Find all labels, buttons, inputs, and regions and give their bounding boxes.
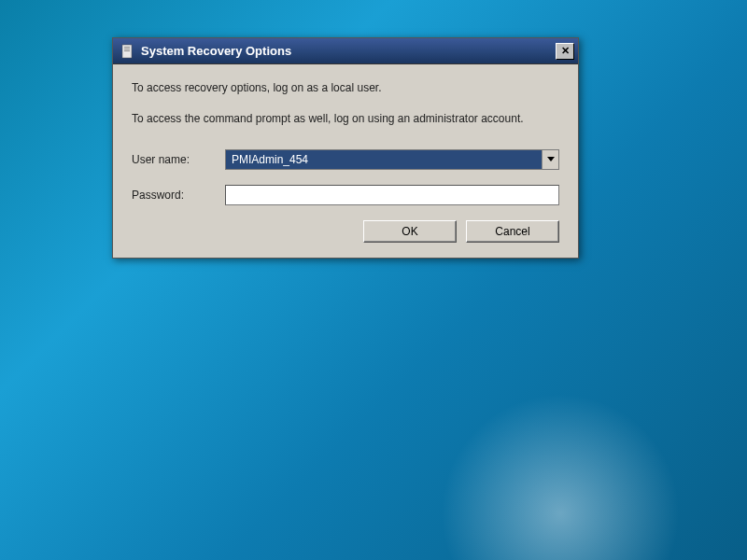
- svg-rect-1: [124, 47, 130, 48]
- app-icon: [120, 44, 135, 59]
- username-value[interactable]: PMIAdmin_454: [226, 150, 542, 169]
- username-dropdown-button[interactable]: [542, 150, 558, 169]
- close-button[interactable]: ✕: [556, 43, 574, 60]
- titlebar[interactable]: System Recovery Options ✕: [113, 38, 578, 64]
- recovery-options-dialog: System Recovery Options ✕ To access reco…: [112, 37, 579, 259]
- close-icon: ✕: [561, 45, 570, 57]
- svg-marker-4: [547, 157, 555, 161]
- svg-rect-3: [124, 50, 130, 51]
- svg-rect-2: [124, 49, 130, 49]
- username-row: User name: PMIAdmin_454: [132, 149, 559, 170]
- dialog-body: To access recovery options, log on as a …: [113, 64, 578, 258]
- instruction-text-1: To access recovery options, log on as a …: [132, 81, 559, 94]
- username-combobox[interactable]: PMIAdmin_454: [225, 149, 559, 170]
- titlebar-text: System Recovery Options: [141, 44, 556, 58]
- username-label: User name:: [132, 153, 225, 166]
- cancel-button[interactable]: Cancel: [466, 220, 559, 243]
- button-row: OK Cancel: [132, 220, 559, 243]
- password-input[interactable]: [225, 185, 559, 205]
- chevron-down-icon: [547, 157, 555, 162]
- instruction-text-2: To access the command prompt as well, lo…: [132, 111, 559, 127]
- desktop-glow: [420, 373, 700, 560]
- password-label: Password:: [132, 189, 225, 202]
- password-row: Password:: [132, 185, 559, 205]
- ok-button[interactable]: OK: [363, 220, 457, 243]
